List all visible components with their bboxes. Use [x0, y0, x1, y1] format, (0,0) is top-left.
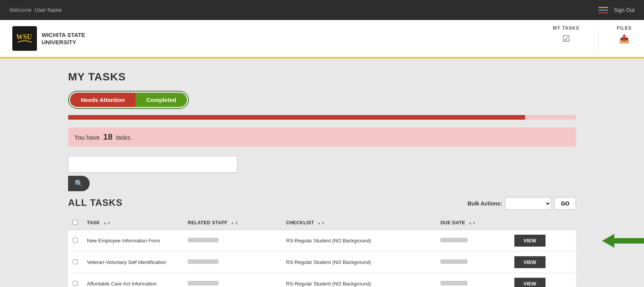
- table-header-checkbox: [68, 216, 82, 230]
- row3-checklist: RS-Regular Student (NO Background): [282, 273, 436, 287]
- row2-checkbox[interactable]: [73, 259, 78, 264]
- table-wrapper: TASK ▲▼ RELATED STAFF ▲▼ CHECKLIST ▲▼ DU…: [68, 216, 576, 287]
- needs-attention-button[interactable]: Needs Attention: [70, 93, 135, 107]
- search-input[interactable]: [68, 156, 237, 173]
- task-count-suffix: tasks.: [116, 134, 132, 141]
- header-divider: [598, 28, 598, 52]
- task-count-row: You have 18 tasks.: [68, 127, 576, 147]
- checklist-header-label: CHECKLIST: [286, 220, 314, 225]
- row3-checkbox[interactable]: [73, 281, 78, 286]
- hamburger-icon[interactable]: [599, 7, 608, 13]
- tasks-icon: ☑: [562, 34, 570, 44]
- progress-bar-fill: [68, 115, 525, 120]
- row2-checkbox-cell: [68, 252, 82, 273]
- hamburger-line-3: [599, 12, 608, 13]
- table-header-checklist[interactable]: CHECKLIST ▲▼: [282, 216, 436, 230]
- files-nav-label: FILES: [617, 25, 632, 31]
- row2-related-staff: [183, 252, 282, 273]
- logo-badge: WSU: [12, 26, 37, 51]
- row3-date-blurred: [440, 281, 467, 285]
- my-tasks-nav-label: MY TASKS: [553, 25, 579, 31]
- row2-task-name: Veteran-Voluntary Self Identification: [82, 252, 183, 273]
- arrow-head: [602, 234, 614, 248]
- task-sort-icon: ▲▼: [103, 221, 111, 225]
- table-row: Veteran-Voluntary Self Identification RS…: [68, 252, 576, 273]
- row2-checklist: RS-Regular Student (NO Background): [282, 252, 436, 273]
- welcome-label: Welcome: [9, 7, 32, 13]
- nav-my-tasks[interactable]: MY TASKS ☑: [553, 25, 579, 44]
- main-content: MY TASKS Needs Attention Completed You h…: [53, 58, 591, 287]
- search-icon: 🔍: [75, 179, 83, 188]
- bulk-actions-label: Bulk Actions:: [468, 200, 502, 207]
- task-filter-row: Needs Attention Completed: [68, 91, 576, 109]
- all-tasks-title: ALL TASKS: [68, 197, 122, 208]
- row3-related-staff: [183, 273, 282, 287]
- table-row: Affordable Care Act Information RS-Regul…: [68, 273, 576, 287]
- green-arrow: [602, 234, 644, 248]
- row2-due-date: [436, 252, 510, 273]
- row3-due-date: [436, 273, 510, 287]
- logo-text: Wichita State University: [42, 31, 85, 46]
- due-date-sort-icon: ▲▼: [468, 221, 476, 225]
- row1-related-staff: [183, 230, 282, 252]
- logo-line2: University: [42, 38, 85, 46]
- related-staff-header-label: RELATED STAFF: [188, 220, 227, 225]
- task-count-text: You have: [74, 134, 100, 141]
- search-button[interactable]: 🔍: [68, 176, 90, 191]
- row2-action-cell: VIEW: [510, 252, 576, 273]
- row1-checkbox-cell: [68, 230, 82, 252]
- row1-action-cell: VIEW: [510, 230, 576, 252]
- progress-bar-container: [68, 115, 576, 120]
- task-count-number: 18: [103, 132, 112, 142]
- logo-area: WSU Wichita State University: [12, 26, 85, 51]
- top-bar: Welcome User Name Sign Out: [0, 0, 644, 20]
- wsu-logo-icon: WSU: [15, 28, 35, 48]
- bulk-actions-row: Bulk Actions: GO: [468, 197, 576, 210]
- row2-view-button[interactable]: VIEW: [514, 256, 546, 268]
- row3-staff-blurred: [188, 281, 219, 285]
- row3-view-button[interactable]: VIEW: [514, 278, 546, 287]
- hamburger-line-2: [599, 10, 608, 11]
- arrow-shaft: [614, 238, 644, 244]
- row3-task-name: Affordable Care Act Information: [82, 273, 183, 287]
- table-header-due-date[interactable]: DUE DATE ▲▼: [436, 216, 510, 230]
- hamburger-line-1: [599, 7, 608, 8]
- top-bar-right: Sign Out: [599, 7, 635, 13]
- header-right: MY TASKS ☑ FILES 📤: [553, 25, 632, 52]
- row2-date-blurred: [440, 259, 467, 264]
- table-header-row: TASK ▲▼ RELATED STAFF ▲▼ CHECKLIST ▲▼ DU…: [68, 216, 576, 230]
- logo-line1: Wichita State: [42, 31, 85, 39]
- table-header-task[interactable]: TASK ▲▼: [82, 216, 183, 230]
- sign-out-button[interactable]: Sign Out: [614, 7, 635, 13]
- nav-files[interactable]: FILES 📤: [617, 25, 632, 44]
- table-header-related-staff[interactable]: RELATED STAFF ▲▼: [183, 216, 282, 230]
- select-all-checkbox[interactable]: [73, 220, 78, 225]
- header-bar: WSU Wichita State University MY TASKS ☑ …: [0, 20, 644, 58]
- task-table: TASK ▲▼ RELATED STAFF ▲▼ CHECKLIST ▲▼ DU…: [68, 216, 576, 287]
- svg-text:WSU: WSU: [16, 33, 32, 41]
- due-date-header-label: DUE DATE: [440, 220, 465, 225]
- table-header-action: [510, 216, 576, 230]
- table-row: New Employee Information Form RS-Regular…: [68, 230, 576, 252]
- row1-task-name: New Employee Information Form: [82, 230, 183, 252]
- row3-checkbox-cell: [68, 273, 82, 287]
- completed-button[interactable]: Completed: [135, 93, 187, 107]
- bulk-actions-select[interactable]: [505, 197, 551, 210]
- related-staff-sort-icon: ▲▼: [230, 221, 239, 225]
- go-button[interactable]: GO: [554, 197, 576, 210]
- files-icon: 📤: [619, 34, 629, 44]
- row3-action-cell: VIEW: [510, 273, 576, 287]
- welcome-text: Welcome User Name: [9, 7, 62, 13]
- row1-checkbox[interactable]: [73, 238, 78, 243]
- row1-view-button[interactable]: VIEW: [514, 235, 546, 247]
- task-header-label: TASK: [87, 220, 100, 225]
- row1-staff-blurred: [188, 238, 219, 242]
- page-title: MY TASKS: [68, 71, 576, 83]
- checklist-sort-icon: ▲▼: [317, 221, 325, 225]
- task-filter-group: Needs Attention Completed: [68, 91, 189, 109]
- row2-staff-blurred: [188, 259, 219, 264]
- row1-due-date: [436, 230, 510, 252]
- row1-checklist: RS-Regular Student (NO Background): [282, 230, 436, 252]
- username-label: User Name: [35, 7, 62, 13]
- row1-date-blurred: [440, 238, 467, 242]
